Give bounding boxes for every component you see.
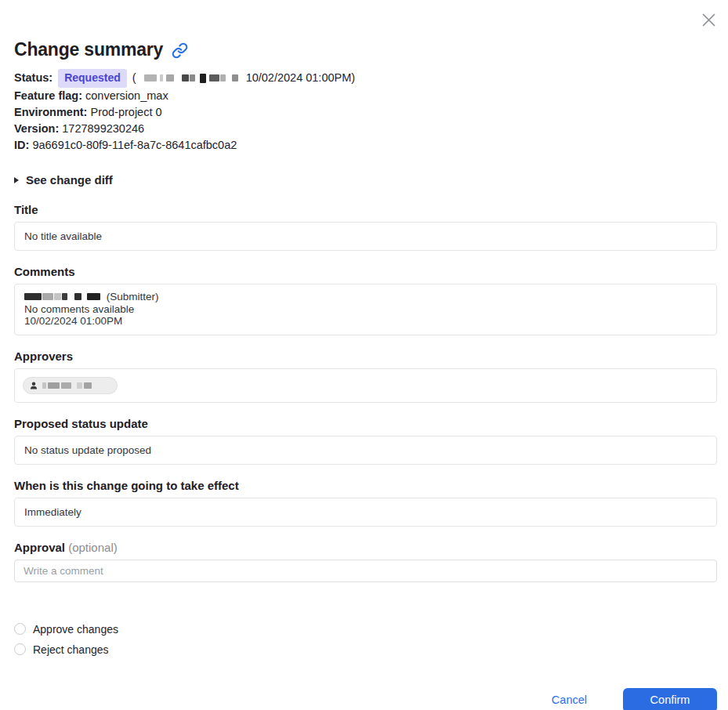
id-row: ID: 9a6691c0-80f9-11ef-8a7c-8641cafbc0a2	[14, 137, 717, 154]
title-value: No title available	[24, 230, 102, 242]
status-row: Status:Requested( 10/02/2024 01:00PM)	[14, 69, 717, 88]
modal-footer: Cancel Confirm	[14, 688, 717, 710]
version-value: 1727899230246	[62, 122, 144, 135]
reject-radio-label: Reject changes	[33, 643, 109, 656]
comments-section-label: Comments	[14, 265, 717, 278]
approvers-section-label: Approvers	[14, 350, 717, 363]
status-update-box: No status update proposed	[14, 436, 717, 465]
status-update-value: No status update proposed	[24, 444, 151, 456]
redacted-text	[24, 291, 107, 302]
chevron-right-icon	[14, 177, 19, 183]
approval-label-text: Approval	[14, 541, 65, 554]
status-date: 10/02/2024 01:00PM)	[246, 71, 355, 84]
version-label: Version:	[14, 122, 59, 135]
comment-submitter-line: (Submitter)	[24, 291, 707, 303]
title-section-label: Title	[14, 203, 717, 216]
reject-changes-option[interactable]: Reject changes	[14, 643, 717, 656]
approver-chip	[23, 377, 118, 394]
environment-value: Prod-project 0	[90, 106, 161, 118]
id-label: ID:	[14, 139, 29, 151]
status-label: Status:	[14, 71, 53, 84]
person-icon	[29, 381, 38, 390]
page-title: Change summary	[14, 0, 717, 60]
redacted-text	[144, 71, 244, 84]
comments-box: (Submitter) No comments available 10/02/…	[14, 284, 717, 335]
see-change-diff-label: See change diff	[26, 173, 113, 187]
close-icon	[701, 13, 716, 27]
comment-body: No comments available	[24, 303, 707, 316]
confirm-button[interactable]: Confirm	[623, 688, 717, 710]
close-button[interactable]	[699, 10, 718, 29]
cancel-button[interactable]: Cancel	[552, 694, 587, 706]
approve-radio[interactable]	[14, 623, 26, 635]
title-value-box: No title available	[14, 222, 717, 251]
decision-radio-group: Approve changes Reject changes	[14, 623, 717, 656]
copy-link-icon[interactable]	[172, 42, 188, 59]
reject-radio[interactable]	[14, 643, 26, 655]
comment-submitter-suffix: (Submitter)	[107, 291, 159, 302]
approve-radio-label: Approve changes	[33, 623, 118, 636]
effect-value: Immediately	[24, 506, 81, 518]
id-value: 9a6691c0-80f9-11ef-8a7c-8641cafbc0a2	[32, 139, 237, 151]
effect-section-label: When is this change going to take effect	[14, 479, 717, 492]
effect-box: Immediately	[14, 498, 717, 527]
status-update-section-label: Proposed status update	[14, 417, 717, 430]
page-title-text: Change summary	[14, 39, 163, 60]
approval-section-label: Approval (optional)	[14, 541, 717, 554]
approval-comment-input[interactable]	[14, 560, 717, 582]
status-badge: Requested	[58, 69, 127, 88]
comment-timestamp: 10/02/2024 01:00PM	[24, 315, 707, 328]
environment-row: Environment: Prod-project 0	[14, 104, 717, 121]
redacted-text	[42, 379, 92, 391]
status-paren: (	[132, 71, 136, 84]
environment-label: Environment:	[14, 106, 87, 118]
feature-flag-label: Feature flag:	[14, 89, 82, 102]
approval-optional-text: (optional)	[68, 541, 118, 554]
feature-flag-row: Feature flag: conversion_max	[14, 88, 717, 104]
feature-flag-value: conversion_max	[85, 89, 168, 102]
approve-changes-option[interactable]: Approve changes	[14, 623, 717, 636]
meta-section: Status:Requested( 10/02/2024 01:00PM) Fe…	[14, 69, 717, 154]
approvers-box	[14, 368, 717, 403]
version-row: Version: 1727899230246	[14, 121, 717, 137]
change-summary-modal: Change summary Status:Requested( 10/02/2…	[0, 0, 728, 710]
see-change-diff-toggle[interactable]: See change diff	[14, 173, 113, 187]
